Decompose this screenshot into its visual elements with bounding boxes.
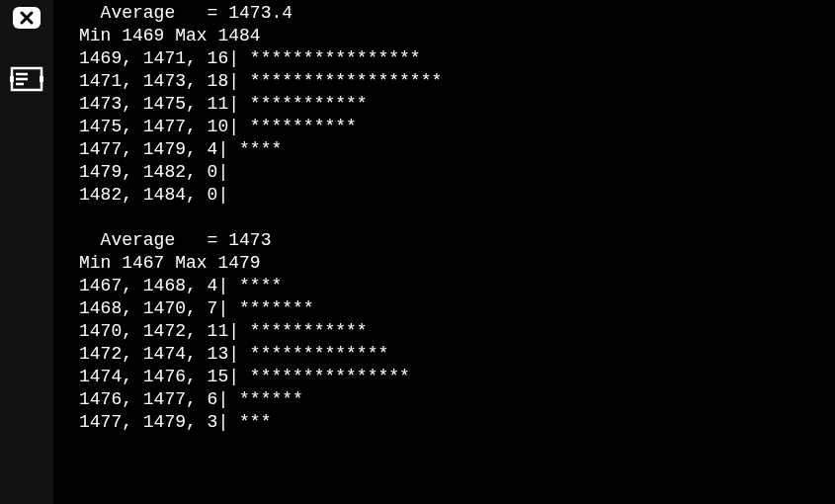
average-value: 1473.4	[228, 3, 292, 23]
histogram-row: 1479, 1482, 0|	[79, 161, 835, 184]
svg-rect-5	[10, 76, 14, 82]
histogram-row: 1471, 1473, 18| ******************	[79, 70, 835, 93]
average-line: Average = 1473	[79, 229, 835, 252]
histogram-row: 1482, 1484, 0|	[79, 184, 835, 207]
close-icon[interactable]	[10, 4, 43, 32]
min-max-line: Min 1469 Max 1484	[79, 25, 835, 47]
terminal-output: Average = 1473.4Min 1469 Max 14841469, 1…	[53, 0, 835, 504]
min-max-line: Min 1467 Max 1479	[79, 252, 835, 275]
average-value: 1473	[228, 230, 271, 250]
histogram-row: 1473, 1475, 11| ***********	[79, 93, 835, 116]
histogram-row: 1467, 1468, 4| ****	[79, 275, 835, 297]
sidebar	[0, 0, 53, 504]
histogram-row: 1474, 1476, 15| ***************	[79, 366, 835, 388]
histogram-row: 1472, 1474, 13| *************	[79, 343, 835, 366]
average-line: Average = 1473.4	[79, 2, 835, 25]
app-root: Average = 1473.4Min 1469 Max 14841469, 1…	[0, 0, 835, 504]
histogram-row: 1476, 1477, 6| ******	[79, 388, 835, 411]
histogram-row: 1475, 1477, 10| **********	[79, 116, 835, 138]
layout-icon[interactable]	[10, 65, 43, 93]
svg-rect-6	[40, 76, 43, 82]
average-label: Average =	[79, 230, 228, 250]
blank-line	[79, 207, 835, 229]
histogram-row: 1477, 1479, 4| ****	[79, 138, 835, 161]
histogram-row: 1470, 1472, 11| ***********	[79, 320, 835, 343]
histogram-row: 1468, 1470, 7| *******	[79, 297, 835, 320]
histogram-row: 1469, 1471, 16| ****************	[79, 47, 835, 70]
histogram-row: 1477, 1479, 3| ***	[79, 411, 835, 434]
average-label: Average =	[79, 3, 228, 23]
